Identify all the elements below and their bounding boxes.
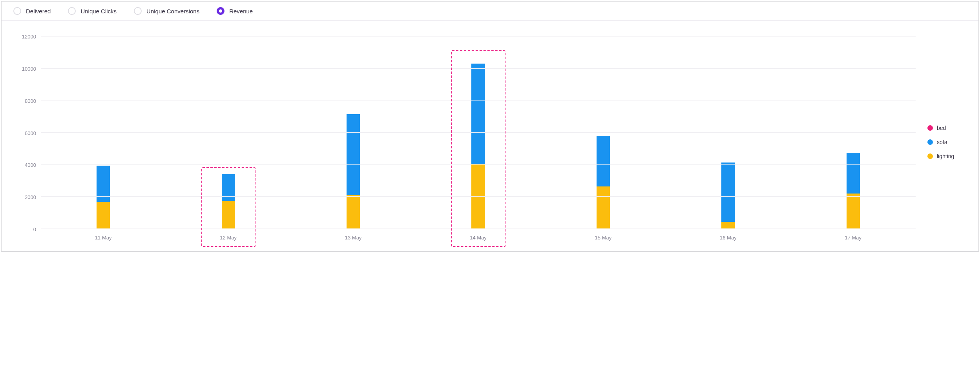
metric-tab-unique-conversions[interactable]: Unique Conversions — [134, 7, 199, 15]
stacked-bar[interactable] — [347, 37, 360, 229]
bar-slot — [791, 37, 916, 229]
bar-segment-sofa — [597, 136, 610, 186]
grid-line — [41, 164, 916, 165]
stacked-bar[interactable] — [597, 37, 610, 229]
metric-tabs: DeliveredUnique ClicksUnique Conversions… — [2, 2, 978, 21]
y-tick-label: 8000 — [25, 98, 36, 104]
bar-segment-lighting — [721, 222, 735, 229]
x-tick-label: 16 May — [666, 229, 790, 247]
grid-line — [41, 68, 916, 69]
grid-line — [41, 100, 916, 100]
analytics-panel: DeliveredUnique ClicksUnique Conversions… — [1, 1, 979, 252]
bar-segment-lighting — [222, 201, 235, 229]
plot — [41, 37, 916, 229]
radio-icon — [217, 7, 224, 15]
legend-swatch-icon — [927, 153, 933, 159]
legend-item-sofa[interactable]: sofa — [927, 139, 975, 145]
grid-line — [41, 196, 916, 197]
stacked-bar[interactable] — [97, 37, 110, 229]
legend-label: sofa — [937, 139, 947, 145]
y-axis: 020004000600080001000012000 — [5, 37, 41, 247]
bar-segment-sofa — [847, 153, 860, 194]
x-tick-label: 17 May — [791, 229, 916, 247]
x-tick-label: 11 May — [41, 229, 166, 247]
y-tick-label: 6000 — [25, 130, 36, 136]
x-tick-label: 15 May — [541, 229, 666, 247]
metric-tab-unique-clicks[interactable]: Unique Clicks — [68, 7, 117, 15]
legend-item-bed[interactable]: bed — [927, 125, 975, 131]
radio-icon — [134, 7, 142, 15]
metric-tab-revenue[interactable]: Revenue — [217, 7, 253, 15]
x-tick-label: 14 May — [416, 229, 540, 247]
bar-segment-lighting — [97, 202, 110, 229]
metric-tab-label: Unique Conversions — [146, 8, 199, 15]
y-tick-label: 4000 — [25, 162, 36, 168]
bar-slot — [291, 37, 416, 229]
radio-icon — [68, 7, 76, 15]
stacked-bar[interactable] — [222, 37, 235, 229]
y-tick-label: 12000 — [22, 34, 36, 40]
x-axis: 11 May12 May13 May14 May15 May16 May17 M… — [41, 229, 916, 247]
metric-tab-label: Unique Clicks — [80, 8, 117, 15]
bar-slot — [666, 37, 790, 229]
grid-line — [41, 228, 916, 229]
bar-segment-sofa — [721, 163, 735, 222]
bar-segment-lighting — [847, 194, 860, 229]
legend-item-lighting[interactable]: lighting — [927, 153, 975, 159]
y-tick-label: 2000 — [25, 194, 36, 200]
metric-tab-delivered[interactable]: Delivered — [13, 7, 51, 15]
x-tick-label: 12 May — [166, 229, 290, 247]
bar-segment-sofa — [471, 64, 485, 164]
bar-slot — [541, 37, 666, 229]
stacked-bar[interactable] — [721, 37, 735, 229]
grid-line — [41, 36, 916, 37]
y-tick-label: 10000 — [22, 66, 36, 71]
plot-column: 11 May12 May13 May14 May15 May16 May17 M… — [41, 37, 916, 247]
bar-slot — [416, 37, 540, 229]
metric-tab-label: Delivered — [26, 8, 51, 15]
x-tick-label: 13 May — [291, 229, 416, 247]
legend-swatch-icon — [927, 125, 933, 131]
bar-segment-lighting — [347, 195, 360, 229]
y-tick-label: 0 — [33, 226, 36, 232]
bar-segment-sofa — [347, 114, 360, 195]
legend: bedsofalighting — [916, 37, 975, 247]
legend-swatch-icon — [927, 139, 933, 145]
metric-tab-label: Revenue — [229, 8, 253, 15]
bar-segment-sofa — [222, 174, 235, 201]
grid-line — [41, 132, 916, 133]
legend-label: lighting — [937, 153, 954, 159]
legend-label: bed — [937, 125, 946, 131]
bar-slot — [41, 37, 166, 229]
stacked-bar[interactable] — [847, 37, 860, 229]
bar-slot — [166, 37, 290, 229]
bar-segment-lighting — [597, 186, 610, 229]
bars-layer — [41, 37, 916, 229]
stacked-bar[interactable] — [471, 37, 485, 229]
chart-area: 020004000600080001000012000 11 May12 May… — [2, 21, 978, 251]
radio-icon — [13, 7, 21, 15]
